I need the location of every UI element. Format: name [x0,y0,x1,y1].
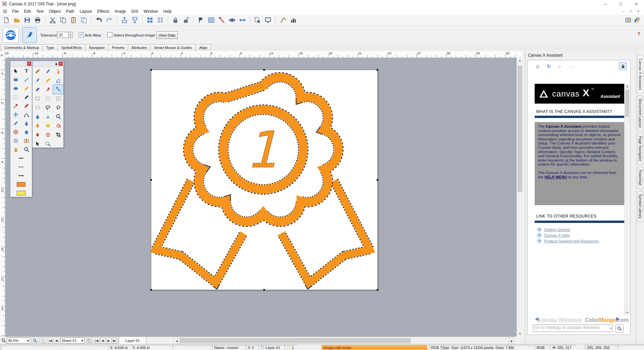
horizontal-scroll-thumb[interactable] [180,338,411,343]
color-wheel-tool[interactable] [10,128,21,136]
image-tools-palette[interactable]: × [32,61,64,148]
assistant-link-getting-started[interactable]: Getting Started [544,228,570,232]
selection-handle-br[interactable] [377,289,378,291]
selection-handle-top[interactable] [263,69,265,71]
menu-item-layout[interactable]: Layout [77,8,94,14]
workspace-tab-type[interactable]: Type [42,44,58,51]
tolerance-spinner[interactable]: ▲▼ [68,32,73,38]
first-layer-button[interactable]: |◀ [94,338,99,344]
award-badge-image[interactable]: 1 [151,70,377,290]
sharpen-tool[interactable] [43,112,53,121]
chart-button[interactable] [289,16,298,24]
panel-scroll-up-arrow[interactable]: ▲ [625,84,630,89]
pointer-doc-button[interactable] [253,16,262,24]
highlight-pencil-tool[interactable] [21,84,32,93]
new-document-button[interactable] [2,16,11,24]
blue-pen-tool[interactable] [10,119,21,128]
move-tool[interactable] [10,110,21,119]
line-tool[interactable] [21,75,32,84]
menu-item-effects[interactable]: Effects [94,8,112,14]
document-close-button[interactable]: × [635,9,642,14]
panel-scroll-down-arrow[interactable]: ▼ [625,310,630,315]
selection-handle-left[interactable] [150,179,152,181]
paste-button[interactable] [69,16,78,24]
prev-sheet-button[interactable]: ◀ [54,338,59,344]
bring-forward-button[interactable] [120,16,129,24]
effects-button[interactable] [217,16,226,24]
pattern-dots-tool[interactable] [53,94,63,103]
cut-button[interactable] [48,16,57,24]
ellipse-tool[interactable] [10,84,21,93]
stroke-color-swatch[interactable] [10,180,32,189]
pen-tool[interactable] [43,67,53,76]
menu-item-object[interactable]: Object [46,8,63,14]
vertical-scroll-thumb[interactable] [518,66,522,192]
side-tab-page-navigator[interactable]: Page Navigator [638,133,643,164]
hand-tool[interactable] [10,145,21,154]
view-data-button[interactable]: View Data [156,31,178,39]
ungroup-button[interactable] [156,16,165,24]
side-tab-flowchart[interactable]: Flowchart [638,167,643,189]
fill-color-swatch[interactable] [10,189,32,197]
palette-a-header[interactable]: × [10,61,32,67]
rectangle-tool[interactable] [10,75,21,84]
tolerance-input[interactable]: 32 [57,32,68,38]
last-layer-button[interactable]: ▶| [112,338,117,344]
lasso-tool[interactable] [43,103,53,112]
side-tab-canvas-x-assistant[interactable]: Canvas X Assistant [638,55,643,93]
canvas-horizontal-scrollbar[interactable] [180,338,508,343]
selection-handle-tl[interactable] [150,69,152,71]
palette-a-close-icon[interactable]: × [27,62,31,66]
red-brush-tool[interactable] [43,85,53,94]
zoom-fit-button[interactable] [32,338,38,344]
paintbrush-tool[interactable] [33,76,43,85]
zoom-marquee-tool[interactable] [43,139,53,148]
panel-scrollbar[interactable]: ▲ ▼ [624,84,630,315]
camera-tool[interactable] [21,136,32,145]
palette-b-close-icon[interactable]: × [59,62,63,66]
dock-layout-button[interactable] [624,16,633,24]
workspace-tab-attributes[interactable]: Attributes [128,44,151,51]
line-style-arrow[interactable] [10,171,32,180]
airbrush-tool[interactable] [53,67,63,76]
selection-handle-bottom[interactable] [263,289,265,291]
pin-lock-button[interactable] [619,62,627,70]
pages-button[interactable] [86,338,93,344]
curve-tool[interactable] [21,110,32,119]
back-arrow-icon[interactable]: ← [557,63,562,69]
red-eye-tool[interactable] [43,130,53,139]
palette-lock-icon[interactable] [55,62,58,65]
canvas-page[interactable]: 1 [151,70,378,290]
save-button[interactable] [23,16,32,24]
menu-item-help[interactable]: Help [161,8,174,14]
menu-item-window[interactable]: Window [141,8,161,14]
menu-item-gis[interactable]: GIS [128,8,141,14]
fit-width-button[interactable] [238,16,247,24]
sheet-combo[interactable]: Sheet #1▾ [60,338,85,344]
dodge-tool[interactable] [43,121,53,130]
drawing-tools-palette[interactable]: × T [10,61,32,197]
grid-table-button[interactable] [207,16,216,24]
workspace-tab-presets[interactable]: Presets [108,44,128,51]
scroll-up-arrow[interactable]: ▲ [517,58,523,63]
workspace-tab-spriteeffects[interactable]: SpriteEffects [57,44,86,51]
workspace-tab-comments-markup[interactable]: Comments & Markup [1,44,43,51]
eyedropper-tool[interactable] [10,102,21,110]
prev-layer-button[interactable]: ◀ [100,338,105,344]
menu-item-edit[interactable]: Edit [21,8,34,14]
zoom-level-combo[interactable]: 40.0%▾ [7,338,30,344]
panel-scroll-thumb[interactable] [625,90,629,117]
assistant-prev-icon[interactable]: ◀ [535,316,539,322]
horizontal-ruler[interactable]: -15-12-9-6-30369121518212427303336 [0,51,523,58]
assistant-link-product-support-and-resources[interactable]: Product Support and Resources [544,239,599,243]
layer-tab[interactable]: Layer #1 [119,337,146,344]
polygon-lasso-tool[interactable] [53,103,63,112]
status-layer[interactable]: Layer #1 [259,345,286,350]
open-button[interactable] [12,16,21,24]
workspace-tab-navigator[interactable]: Navigator [85,44,108,51]
magic-wand-tool[interactable] [53,85,63,94]
document-minimize-button[interactable]: – [620,9,627,14]
redo-button[interactable] [105,16,114,24]
first-sheet-button[interactable]: |◀ [48,338,53,344]
marquee-ellipse-tool[interactable] [33,103,43,112]
